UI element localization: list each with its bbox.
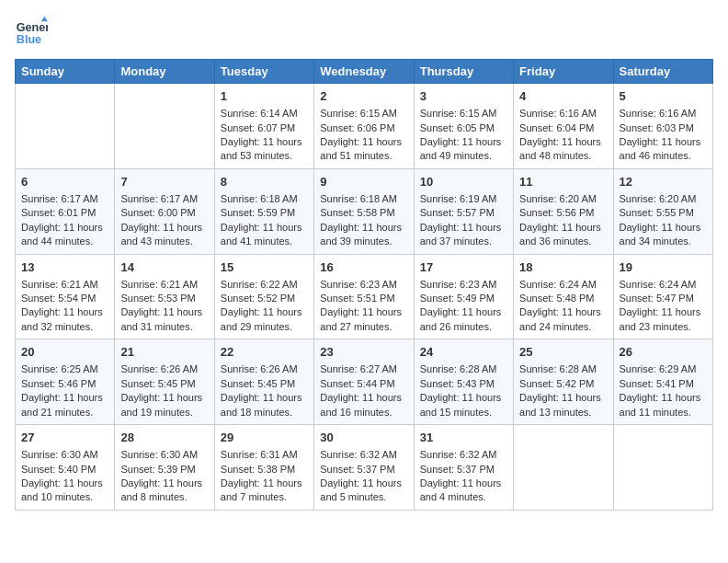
day-info: Daylight: 11 hours and 24 minutes. [519, 305, 607, 334]
day-info: Sunset: 5:56 PM [519, 206, 607, 220]
day-info: Sunrise: 6:24 AM [620, 278, 707, 292]
calendar-cell: 28Sunrise: 6:30 AMSunset: 5:39 PMDayligh… [115, 425, 214, 511]
day-number: 26 [620, 344, 707, 361]
day-info: Sunrise: 6:32 AM [320, 448, 407, 462]
weekday-header-thursday: Thursday [414, 60, 513, 84]
day-info: Sunrise: 6:30 AM [21, 448, 108, 462]
day-number: 9 [320, 174, 407, 190]
day-info: Sunrise: 6:31 AM [221, 448, 308, 462]
day-number: 15 [221, 259, 308, 276]
day-info: Daylight: 11 hours and 4 minutes. [420, 477, 507, 505]
day-info: Daylight: 11 hours and 10 minutes. [21, 477, 108, 505]
day-info: Daylight: 11 hours and 32 minutes. [21, 305, 108, 334]
day-info: Daylight: 11 hours and 23 minutes. [620, 305, 707, 334]
day-number: 2 [320, 88, 407, 105]
day-info: Sunset: 5:37 PM [320, 463, 407, 477]
week-row-4: 20Sunrise: 6:25 AMSunset: 5:46 PMDayligh… [16, 339, 713, 425]
day-info: Daylight: 11 hours and 43 minutes. [120, 221, 208, 249]
day-info: Sunset: 5:57 PM [420, 206, 507, 220]
calendar-cell: 17Sunrise: 6:23 AMSunset: 5:49 PMDayligh… [414, 254, 513, 339]
weekday-header-monday: Monday [115, 60, 214, 84]
day-number: 28 [120, 430, 208, 446]
day-info: Daylight: 11 hours and 53 minutes. [221, 135, 308, 164]
calendar-cell: 26Sunrise: 6:29 AMSunset: 5:41 PMDayligh… [613, 339, 712, 425]
calendar-cell: 11Sunrise: 6:20 AMSunset: 5:56 PMDayligh… [514, 168, 613, 254]
calendar-cell: 9Sunrise: 6:18 AMSunset: 5:58 PMDaylight… [314, 168, 414, 254]
day-number: 18 [519, 259, 607, 276]
day-number: 24 [420, 344, 507, 361]
day-info: Sunrise: 6:14 AM [221, 107, 308, 121]
day-number: 16 [320, 259, 407, 276]
day-info: Sunrise: 6:26 AM [221, 362, 308, 376]
day-info: Sunrise: 6:29 AM [620, 362, 707, 376]
day-info: Sunset: 6:00 PM [120, 206, 208, 220]
day-info: Sunrise: 6:17 AM [120, 192, 208, 206]
day-number: 14 [120, 259, 208, 276]
calendar-cell: 6Sunrise: 6:17 AMSunset: 6:01 PMDaylight… [16, 168, 115, 254]
calendar-cell: 19Sunrise: 6:24 AMSunset: 5:47 PMDayligh… [613, 254, 712, 339]
day-number: 4 [519, 88, 607, 105]
weekday-header-row: SundayMondayTuesdayWednesdayThursdayFrid… [16, 60, 713, 84]
day-info: Sunset: 5:42 PM [519, 377, 607, 391]
calendar-cell [514, 425, 613, 511]
day-info: Sunrise: 6:20 AM [620, 192, 707, 206]
calendar-cell [115, 84, 214, 169]
calendar-table: SundayMondayTuesdayWednesdayThursdayFrid… [15, 59, 713, 511]
day-number: 7 [120, 174, 208, 190]
day-info: Sunset: 5:46 PM [21, 377, 108, 391]
weekday-header-tuesday: Tuesday [214, 60, 313, 84]
calendar-cell: 1Sunrise: 6:14 AMSunset: 6:07 PMDaylight… [214, 84, 313, 169]
day-info: Sunset: 5:48 PM [519, 292, 607, 305]
weekday-header-sunday: Sunday [16, 60, 115, 84]
day-number: 25 [519, 344, 607, 361]
calendar-cell: 4Sunrise: 6:16 AMSunset: 6:04 PMDaylight… [514, 84, 613, 169]
day-info: Daylight: 11 hours and 41 minutes. [221, 221, 308, 249]
day-number: 31 [420, 430, 507, 446]
day-info: Sunset: 5:58 PM [320, 206, 407, 220]
day-info: Sunset: 6:01 PM [21, 206, 108, 220]
day-number: 29 [221, 430, 308, 446]
calendar-cell: 5Sunrise: 6:16 AMSunset: 6:03 PMDaylight… [613, 84, 712, 169]
day-number: 5 [620, 88, 707, 105]
calendar-cell: 29Sunrise: 6:31 AMSunset: 5:38 PMDayligh… [214, 425, 313, 511]
day-number: 30 [320, 430, 407, 446]
day-number: 23 [320, 344, 407, 361]
day-info: Sunset: 5:40 PM [21, 463, 108, 477]
calendar-cell: 16Sunrise: 6:23 AMSunset: 5:51 PMDayligh… [314, 254, 414, 339]
day-info: Sunset: 6:07 PM [221, 121, 308, 135]
day-info: Sunrise: 6:19 AM [420, 192, 507, 206]
day-info: Daylight: 11 hours and 36 minutes. [519, 221, 607, 249]
calendar-cell: 23Sunrise: 6:27 AMSunset: 5:44 PMDayligh… [314, 339, 414, 425]
day-info: Sunset: 5:47 PM [620, 292, 707, 305]
day-info: Sunrise: 6:23 AM [420, 278, 507, 292]
calendar-cell: 3Sunrise: 6:15 AMSunset: 6:05 PMDaylight… [414, 84, 513, 169]
day-info: Daylight: 11 hours and 27 minutes. [320, 305, 407, 334]
svg-text:Blue: Blue [17, 33, 41, 46]
day-info: Daylight: 11 hours and 39 minutes. [320, 221, 407, 249]
day-info: Daylight: 11 hours and 34 minutes. [620, 221, 707, 249]
day-info: Sunset: 5:39 PM [120, 463, 208, 477]
day-info: Daylight: 11 hours and 11 minutes. [620, 391, 707, 419]
day-info: Sunrise: 6:25 AM [21, 362, 108, 376]
day-info: Sunset: 5:44 PM [320, 377, 407, 391]
day-number: 1 [221, 88, 308, 105]
calendar-cell: 20Sunrise: 6:25 AMSunset: 5:46 PMDayligh… [16, 339, 115, 425]
calendar-cell: 14Sunrise: 6:21 AMSunset: 5:53 PMDayligh… [115, 254, 214, 339]
day-info: Sunrise: 6:20 AM [519, 192, 607, 206]
day-number: 20 [21, 344, 108, 361]
calendar-cell [16, 84, 115, 169]
calendar-cell: 13Sunrise: 6:21 AMSunset: 5:54 PMDayligh… [16, 254, 115, 339]
calendar-cell: 8Sunrise: 6:18 AMSunset: 5:59 PMDaylight… [214, 168, 313, 254]
day-number: 11 [519, 174, 607, 190]
day-info: Daylight: 11 hours and 37 minutes. [420, 221, 507, 249]
day-number: 22 [221, 344, 308, 361]
week-row-5: 27Sunrise: 6:30 AMSunset: 5:40 PMDayligh… [16, 425, 713, 511]
calendar-cell: 15Sunrise: 6:22 AMSunset: 5:52 PMDayligh… [214, 254, 313, 339]
calendar-cell: 12Sunrise: 6:20 AMSunset: 5:55 PMDayligh… [613, 168, 712, 254]
day-info: Sunset: 5:52 PM [221, 292, 308, 305]
week-row-2: 6Sunrise: 6:17 AMSunset: 6:01 PMDaylight… [16, 168, 713, 254]
day-info: Daylight: 11 hours and 29 minutes. [221, 305, 308, 334]
day-info: Sunrise: 6:21 AM [120, 278, 208, 292]
day-info: Daylight: 11 hours and 13 minutes. [519, 391, 607, 419]
day-info: Sunrise: 6:16 AM [620, 107, 707, 121]
